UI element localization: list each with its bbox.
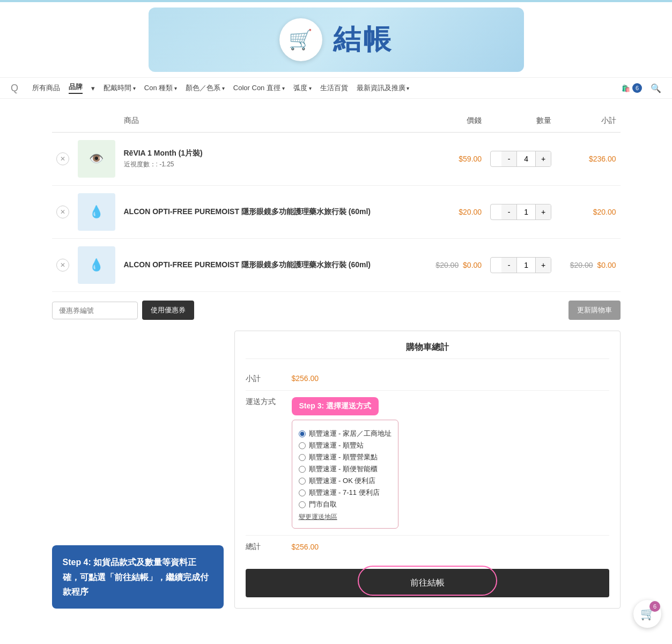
floating-cart-badge: 6	[649, 601, 660, 612]
shipping-radio-0[interactable]	[299, 430, 306, 437]
shipping-radio-2[interactable]	[299, 454, 306, 461]
total-label: 總計	[246, 542, 283, 552]
nav-item-all-products[interactable]: 所有商品	[32, 83, 60, 93]
nav-item-daily-goods[interactable]: 生活百貨	[320, 83, 348, 93]
shipping-label: 運送方式	[246, 397, 283, 407]
col-remove	[52, 109, 73, 133]
product-sub-1: 近視度數：: -1.25	[124, 160, 417, 169]
qty-input-1[interactable]	[516, 151, 536, 166]
shipping-label-4: 順豐速運 - OK 便利店	[309, 476, 376, 486]
nav-logo: Q	[11, 83, 18, 94]
total-value: $256.00	[292, 543, 609, 551]
table-row: ✕ 👁️ RēVIA 1 Month (1片裝) 近視度數：: -1.25 $5…	[52, 133, 621, 186]
qty-decrease-3[interactable]: -	[501, 258, 516, 273]
shipping-label-2: 順豐速運 - 順豐營業點	[309, 452, 378, 462]
subtotal-label: 小計	[246, 374, 283, 384]
shipping-box: 順豐速運 - 家居／工商地址 順豐速運 - 順豐站 順豐速運 - 順豐營業點 順…	[292, 420, 399, 529]
col-price-header: 價錢	[422, 109, 486, 133]
cart-table: 商品 價錢 數量 小計 ✕ 👁️ RēVIA 1 Month (1片裝) 近視度…	[52, 109, 621, 292]
summary-shipping-row: 運送方式 Step 3: 選擇運送方式 順豐速運 - 家居／工商地址 順豐速運 …	[246, 391, 609, 536]
remove-item-2[interactable]: ✕	[56, 206, 69, 218]
shipping-label-5: 順豐速運 - 7-11 便利店	[309, 488, 380, 497]
floating-cart-button[interactable]: 🛒 6	[633, 600, 661, 619]
checkout-button-wrap: 前往結帳	[246, 564, 609, 597]
nav-item-brand[interactable]: 品牌	[69, 82, 83, 94]
search-icon[interactable]: 🔍	[651, 83, 661, 93]
product-thumb-3: 💧	[78, 246, 115, 284]
nav-cart[interactable]: 🛍️ 6	[622, 83, 642, 93]
cart-summary: 購物車總計 小計 $256.00 運送方式 Step 3: 選擇運送方式 順豐速…	[234, 331, 621, 609]
qty-increase-3[interactable]: +	[536, 258, 551, 273]
remove-item-1[interactable]: ✕	[56, 152, 69, 165]
shipping-option-6: 門市自取	[299, 500, 392, 509]
qty-decrease-2[interactable]: -	[501, 204, 516, 219]
step3-callout: Step 3: 選擇運送方式	[292, 397, 379, 415]
shipping-radio-6[interactable]	[299, 501, 306, 508]
shipping-radio-3[interactable]	[299, 466, 306, 473]
banner-title: 結帳	[333, 21, 393, 58]
apply-coupon-button[interactable]: 使用優惠券	[142, 301, 194, 320]
change-shipping-link[interactable]: 變更運送地區	[299, 513, 392, 522]
summary-subtotal-row: 小計 $256.00	[246, 368, 609, 391]
product-subtotal-3: $20.00 $0.00	[556, 239, 620, 292]
shipping-radio-5[interactable]	[299, 489, 306, 496]
nav-item-arc[interactable]: 弧度	[293, 83, 312, 93]
product-info-3: ALCON OPTI-FREE PUREMOIST 隱形眼鏡多功能護理藥水旅行裝…	[120, 239, 422, 292]
product-name-1: RēVIA 1 Month (1片裝)	[124, 149, 417, 158]
shipping-options-container: Step 3: 選擇運送方式 順豐速運 - 家居／工商地址 順豐速運 - 順豐站…	[292, 397, 399, 529]
product-subtotal-1: $236.00	[556, 133, 620, 186]
shipping-option-1: 順豐速運 - 順豐站	[299, 441, 392, 450]
shipping-label-6: 門市自取	[309, 500, 337, 509]
product-price-2: $20.00	[422, 186, 486, 239]
summary-title: 購物車總計	[246, 342, 609, 359]
top-bar	[0, 0, 672, 2]
col-thumb	[73, 109, 120, 133]
shipping-label-3: 順豐速運 - 順便智能櫃	[309, 464, 378, 474]
qty-increase-2[interactable]: +	[536, 204, 551, 219]
nav-item-news[interactable]: 最新資訊及推廣	[357, 83, 410, 93]
product-info-1: RēVIA 1 Month (1片裝) 近視度數：: -1.25	[120, 133, 422, 186]
qty-increase-1[interactable]: +	[536, 151, 551, 166]
product-price-3: $20.00 $0.00	[422, 239, 486, 292]
product-name-3: ALCON OPTI-FREE PUREMOIST 隱形眼鏡多功能護理藥水旅行裝…	[124, 260, 417, 270]
nav-item-con-type[interactable]: Con 種類	[144, 83, 177, 93]
shipping-option-2: 順豐速運 - 順豐營業點	[299, 452, 392, 462]
shipping-radio-4[interactable]	[299, 478, 306, 485]
shipping-label-0: 順豐速運 - 家居／工商地址	[309, 429, 392, 438]
nav-item-color[interactable]: 顏色／色系	[186, 83, 225, 93]
coupon-row: 使用優惠券 更新購物車	[52, 301, 621, 320]
table-row: ✕ 💧 ALCON OPTI-FREE PUREMOIST 隱形眼鏡多功能護理藥…	[52, 186, 621, 239]
qty-decrease-1[interactable]: -	[501, 151, 516, 166]
qty-input-2[interactable]	[516, 204, 536, 219]
cart-section: 商品 價錢 數量 小計 ✕ 👁️ RēVIA 1 Month (1片裝) 近視度…	[41, 109, 631, 320]
checkout-button[interactable]: 前往結帳	[246, 569, 609, 597]
product-name-2: ALCON OPTI-FREE PUREMOIST 隱形眼鏡多功能護理藥水旅行裝…	[124, 207, 417, 217]
shipping-radio-1[interactable]	[299, 442, 306, 449]
product-thumb-1: 👁️	[78, 140, 115, 178]
qty-input-3[interactable]	[516, 258, 536, 273]
product-info-2: ALCON OPTI-FREE PUREMOIST 隱形眼鏡多功能護理藥水旅行裝…	[120, 186, 422, 239]
update-cart-button[interactable]: 更新購物車	[568, 301, 621, 320]
product-subtotal-2: $20.00	[556, 186, 620, 239]
shipping-option-4: 順豐速運 - OK 便利店	[299, 476, 392, 486]
bottom-section: Step 4: 如貨品款式及數量等資料正確，可點選「前往結帳」，繼續完成付款程序…	[41, 331, 631, 609]
cart-count-badge: 6	[632, 83, 642, 93]
product-qty-2: - +	[486, 186, 556, 239]
shipping-option-0: 順豐速運 - 家居／工商地址	[299, 429, 392, 438]
nav-item-color-con-diameter[interactable]: Color Con 直徑	[233, 83, 285, 93]
coupon-input[interactable]	[52, 302, 138, 319]
nav-bar: Q 所有商品 品牌▾ 配戴時間 Con 種類 顏色／色系 Color Con 直…	[0, 77, 672, 99]
col-qty-header: 數量	[486, 109, 556, 133]
table-row: ✕ 💧 ALCON OPTI-FREE PUREMOIST 隱形眼鏡多功能護理藥…	[52, 239, 621, 292]
col-subtotal-header: 小計	[556, 109, 620, 133]
shipping-label-1: 順豐速運 - 順豐站	[309, 441, 364, 450]
banner-icon: 🛒	[279, 18, 322, 61]
product-price-1: $59.00	[422, 133, 486, 186]
step4-text: Step 4: 如貨品款式及數量等資料正確，可點選「前往結帳」，繼續完成付款程序	[63, 558, 209, 596]
nav-item-wear-time[interactable]: 配戴時間	[104, 83, 136, 93]
shipping-option-5: 順豐速運 - 7-11 便利店	[299, 488, 392, 497]
remove-item-3[interactable]: ✕	[56, 259, 69, 272]
step4-box: Step 4: 如貨品款式及數量等資料正確，可點選「前往結帳」，繼續完成付款程序	[52, 545, 224, 609]
checkout-banner: 🛒 結帳	[149, 8, 524, 72]
product-qty-1: - +	[486, 133, 556, 186]
